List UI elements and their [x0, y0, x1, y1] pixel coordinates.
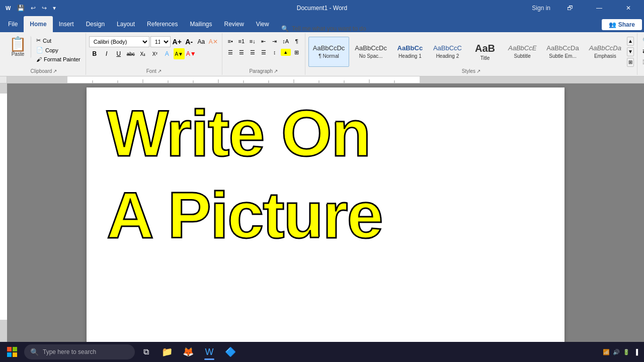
bullets-button[interactable]: ≡•: [225, 36, 235, 46]
borders-button[interactable]: ⊞: [292, 47, 302, 57]
subscript-button[interactable]: X₂: [137, 48, 148, 59]
find-button[interactable]: 🔍 Find ▾: [640, 36, 644, 45]
taskbar-word[interactable]: W: [199, 343, 219, 361]
clipboard-label: Clipboard ↗: [30, 68, 57, 74]
underline-button[interactable]: U: [113, 48, 124, 59]
taskbar-search[interactable]: 🔍 Type here to search: [24, 344, 135, 359]
cut-icon: ✂: [36, 37, 41, 44]
font-size-select[interactable]: 11: [150, 36, 171, 47]
sort-button[interactable]: ↕A: [281, 36, 291, 46]
styles-scroll-down[interactable]: ▼: [627, 47, 634, 56]
taskbar-search-text: Type here to search: [43, 348, 96, 355]
svg-rect-20: [13, 347, 17, 351]
cut-button[interactable]: ✂ Cut: [34, 36, 83, 45]
tab-design[interactable]: Design: [80, 16, 111, 32]
justify-button[interactable]: ☰: [259, 47, 269, 57]
change-case-button[interactable]: Aa: [196, 36, 207, 47]
share-button[interactable]: 👥 Share: [602, 19, 642, 30]
shrink-font-button[interactable]: A-: [184, 36, 195, 47]
select-button[interactable]: ⬚ Select ▾: [640, 57, 644, 66]
taskbar-task-view[interactable]: ⧉: [136, 343, 156, 361]
line-spacing-button[interactable]: ↕: [270, 47, 280, 57]
font-expand-icon[interactable]: ↗: [157, 68, 162, 74]
style-heading1[interactable]: AaBbCc Heading 1: [392, 37, 428, 67]
style-subtleem-label: Subtle Em...: [549, 53, 576, 59]
tab-home[interactable]: Home: [24, 16, 52, 32]
ruler-main: [7, 76, 644, 83]
title-bar-left: W 💾 ↩ ↪ ▾: [4, 4, 58, 13]
show-para-button[interactable]: ¶: [292, 36, 302, 46]
search-icon: 🔍: [281, 25, 289, 32]
paste-button[interactable]: 📋 Paste: [5, 36, 31, 58]
sign-in-button[interactable]: Sign in: [530, 4, 552, 13]
minimize-button[interactable]: —: [588, 0, 611, 16]
styles-more[interactable]: ⊞: [627, 58, 634, 67]
undo-qa-button[interactable]: ↩: [29, 4, 38, 13]
increase-indent-button[interactable]: ⇥: [270, 36, 280, 46]
share-label: Share: [618, 21, 635, 28]
redo-qa-button[interactable]: ↪: [40, 4, 49, 13]
tab-review[interactable]: Review: [218, 16, 250, 32]
bold-button[interactable]: B: [89, 48, 100, 59]
font-label: Font ↗: [146, 68, 162, 74]
strikethrough-button[interactable]: abc: [125, 48, 136, 59]
font-family-select[interactable]: Calibri (Body): [89, 36, 149, 47]
copy-button[interactable]: 📄 Copy: [34, 46, 83, 54]
restore-button[interactable]: 🗗: [558, 0, 582, 16]
taskbar-file-explorer[interactable]: 📁: [157, 343, 177, 361]
align-left-button[interactable]: ☰: [225, 47, 235, 57]
style-subtle-em[interactable]: AaBbCcDa Subtle Em...: [542, 37, 583, 67]
font-row-2: B I U abc X₂ X² A A▼ A▼: [89, 48, 197, 59]
svg-rect-18: [0, 94, 7, 320]
taskbar-extra[interactable]: 🔷: [220, 343, 240, 361]
save-qa-button[interactable]: 💾: [15, 4, 27, 13]
close-button[interactable]: ✕: [617, 0, 640, 16]
grow-font-button[interactable]: A+: [172, 36, 183, 47]
tab-mailings[interactable]: Mailings: [184, 16, 218, 32]
style-emphasis-label: Emphasis: [594, 53, 616, 59]
tab-insert[interactable]: Insert: [53, 16, 80, 32]
svg-rect-19: [7, 347, 12, 351]
style-title-preview: AaB: [475, 42, 495, 54]
clipboard-right: ✂ Cut 📄 Copy 🖌 Format Painter: [34, 36, 83, 63]
taskbar-firefox[interactable]: 🦊: [178, 343, 198, 361]
document-area: Write On A Picture: [7, 83, 644, 350]
align-center-button[interactable]: ☰: [236, 47, 247, 57]
text-effects-button[interactable]: A: [162, 48, 173, 59]
styles-list: AaBbCcDc ¶ Normal AaBbCcDc No Spac... Aa…: [308, 37, 626, 67]
tab-file[interactable]: File: [2, 16, 24, 32]
align-right-button[interactable]: ☰: [248, 47, 258, 57]
style-emphasis[interactable]: AaBbCcDa Emphasis: [585, 37, 626, 67]
svg-text:W: W: [6, 5, 11, 11]
text-highlight-button[interactable]: A▼: [174, 48, 185, 59]
styles-expand-icon[interactable]: ↗: [476, 68, 480, 74]
style-normal[interactable]: AaBbCcDc ¶ Normal: [308, 37, 350, 67]
ribbon: 📋 Paste ✂ Cut 📄 Copy 🖌 Format Painter: [0, 32, 644, 76]
tab-references[interactable]: References: [141, 16, 184, 32]
format-painter-button[interactable]: 🖌 Format Painter: [34, 55, 83, 63]
customize-qa-button[interactable]: ▾: [51, 4, 58, 13]
clipboard-expand-icon[interactable]: ↗: [53, 68, 57, 74]
superscript-button[interactable]: X²: [149, 48, 160, 59]
start-button[interactable]: [2, 343, 22, 361]
paragraph-expand-icon[interactable]: ↗: [274, 68, 278, 74]
decrease-indent-button[interactable]: ⇤: [259, 36, 269, 46]
style-subtleem-preview: AaBbCcDa: [546, 44, 579, 52]
clear-formatting-button[interactable]: A✕: [208, 36, 219, 47]
tab-view[interactable]: View: [250, 16, 275, 32]
word-icon: W: [4, 4, 12, 12]
styles-scroll-up[interactable]: ▲: [627, 37, 634, 46]
style-title[interactable]: AaB Title: [467, 37, 503, 67]
replace-button[interactable]: ⇄ Replace: [640, 47, 644, 55]
font-color-button[interactable]: A▼: [186, 48, 197, 59]
style-heading2[interactable]: AaBbCcC Heading 2: [429, 37, 466, 67]
style-nospace-preview: AaBbCcDc: [355, 44, 387, 52]
tab-layout[interactable]: Layout: [111, 16, 141, 32]
shading-button[interactable]: ▲: [281, 49, 291, 56]
multilevel-list-button[interactable]: ≡↓: [248, 36, 258, 46]
style-no-spacing[interactable]: AaBbCcDc No Spac...: [350, 37, 391, 67]
italic-button[interactable]: I: [101, 48, 112, 59]
numbering-button[interactable]: ≡1: [236, 36, 247, 46]
tell-me-bar[interactable]: 🔍 Tell me what you want to do: [275, 25, 372, 32]
style-subtitle[interactable]: AaBbCcE Subtitle: [504, 37, 541, 67]
